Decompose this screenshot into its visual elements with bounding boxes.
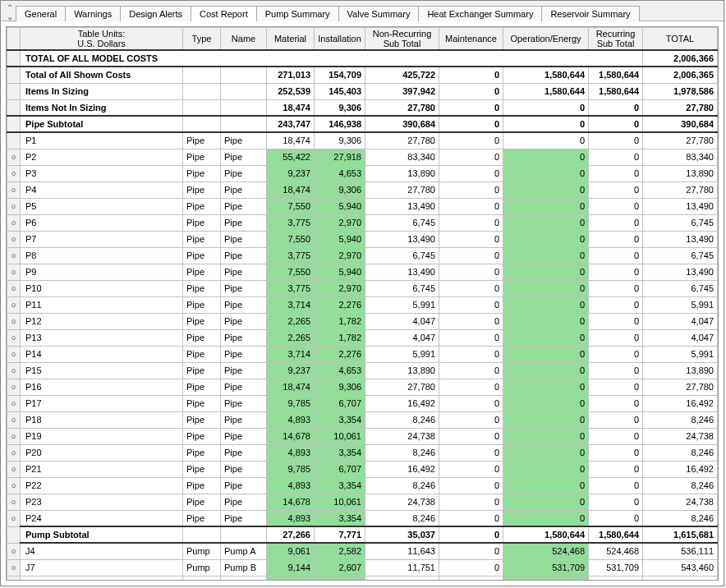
col-units[interactable]: Table Units:U.S. Dollars xyxy=(21,28,183,51)
tab-pump-summary[interactable]: Pump Summary xyxy=(256,6,339,21)
row-pipe-P24[interactable]: oP24PipePipe4,8933,3548,2460008,246 xyxy=(7,510,718,526)
row-pump-J4[interactable]: oJ4PumpPump A9,0612,58211,6430524,468524… xyxy=(7,543,718,559)
col-material[interactable]: Material xyxy=(267,28,315,51)
row-pipe-P20[interactable]: oP20PipePipe4,8933,3548,2460008,246 xyxy=(7,444,718,461)
row-pipe-P4[interactable]: oP4PipePipe18,4749,30627,78000027,780 xyxy=(7,181,718,198)
col-installation[interactable]: Installation xyxy=(315,28,365,51)
row-pipe-P18[interactable]: oP18PipePipe4,8933,3548,2460008,246 xyxy=(7,411,718,428)
row-pipe-P1[interactable]: P1PipePipe18,4749,30627,78000027,780 xyxy=(7,132,718,149)
row-pipe-P21[interactable]: oP21PipePipe9,7856,70716,49200016,492 xyxy=(7,461,718,477)
col-name[interactable]: Name xyxy=(221,28,267,51)
col-recurring[interactable]: RecurringSub Total xyxy=(589,28,643,51)
row-pipe-P13[interactable]: oP13PipePipe2,2651,7824,0470004,047 xyxy=(7,329,718,346)
row-header-corner xyxy=(7,28,21,51)
col-type[interactable]: Type xyxy=(183,28,221,51)
row-pipe-P5[interactable]: oP5PipePipe7,5505,94013,49000013,490 xyxy=(7,198,718,214)
row-pump-J7[interactable]: oJ7PumpPump B9,1442,60711,7510531,709531… xyxy=(7,559,718,576)
collapse-chevron-icon[interactable]: ⌃⌄ xyxy=(4,3,16,21)
row-pipe-P6[interactable]: oP6PipePipe3,7752,9706,7450006,745 xyxy=(7,214,718,231)
col-operation[interactable]: Operation/Energy xyxy=(503,28,589,51)
row-pipe-P3[interactable]: oP3PipePipe9,2374,65313,89000013,890 xyxy=(7,165,718,181)
col-maintenance[interactable]: Maintenance xyxy=(439,28,503,51)
tab-general[interactable]: General xyxy=(16,6,66,21)
row-pump-subtotal[interactable]: Pump Subtotal27,2667,77135,03701,580,644… xyxy=(7,526,718,543)
row-pipe-P22[interactable]: oP22PipePipe4,8933,3548,2460008,246 xyxy=(7,477,718,494)
tab-reservoir-summary[interactable]: Reservoir Summary xyxy=(541,6,639,21)
row-summary-1[interactable]: Items In Sizing252,539145,403397,94201,5… xyxy=(7,83,718,99)
row-pipe-P16[interactable]: oP16PipePipe18,4749,30627,78000027,780 xyxy=(7,379,718,395)
row-summary-2[interactable]: Items Not In Sizing18,4749,30627,7800002… xyxy=(7,99,718,116)
col-nonrecurring[interactable]: Non-RecurringSub Total xyxy=(365,28,439,51)
row-pipe-P14[interactable]: oP14PipePipe3,7142,2765,9910005,991 xyxy=(7,346,718,362)
cost-report-grid[interactable]: Table Units:U.S. Dollars Type Name Mater… xyxy=(6,26,719,581)
tab-warnings[interactable]: Warnings xyxy=(65,6,121,21)
row-pump-J10[interactable]: oJ10PumpPump C9,0612,58211,6430524,46852… xyxy=(7,576,718,581)
row-pipe-P10[interactable]: oP10PipePipe3,7752,9706,7450006,745 xyxy=(7,280,718,296)
row-pipe-P17[interactable]: oP17PipePipe9,7856,70716,49200016,492 xyxy=(7,395,718,411)
col-total[interactable]: TOTAL xyxy=(643,28,718,51)
tab-design-alerts[interactable]: Design Alerts xyxy=(120,6,191,21)
row-pipe-P9[interactable]: oP9PipePipe7,5505,94013,49000013,490 xyxy=(7,264,718,280)
tab-heat-exchanger-summary[interactable]: Heat Exchanger Summary xyxy=(418,6,542,21)
row-pipe-P11[interactable]: oP11PipePipe3,7142,2765,9910005,991 xyxy=(7,296,718,313)
tab-valve-summary[interactable]: Valve Summary xyxy=(338,6,420,21)
row-pipe-P7[interactable]: oP7PipePipe7,5505,94013,49000013,490 xyxy=(7,231,718,247)
row-total-all[interactable]: TOTAL OF ALL MODEL COSTS2,006,366 xyxy=(7,50,718,67)
tab-cost-report[interactable]: Cost Report xyxy=(191,6,257,21)
row-summary-0[interactable]: Total of All Shown Costs271,013154,70942… xyxy=(7,67,718,83)
row-pipe-P2[interactable]: oP2PipePipe55,42227,91883,34000083,340 xyxy=(7,149,718,165)
row-pipe-P12[interactable]: oP12PipePipe2,2651,7824,0470004,047 xyxy=(7,313,718,329)
row-pipe-P19[interactable]: oP19PipePipe14,67810,06124,73800024,738 xyxy=(7,428,718,444)
row-pipe-P15[interactable]: oP15PipePipe9,2374,65313,89000013,890 xyxy=(7,362,718,379)
row-pipe-subtotal[interactable]: Pipe Subtotal243,747146,938390,684000390… xyxy=(7,116,718,132)
row-pipe-P8[interactable]: oP8PipePipe3,7752,9706,7450006,745 xyxy=(7,247,718,264)
row-pipe-P23[interactable]: oP23PipePipe14,67810,06124,73800024,738 xyxy=(7,494,718,510)
